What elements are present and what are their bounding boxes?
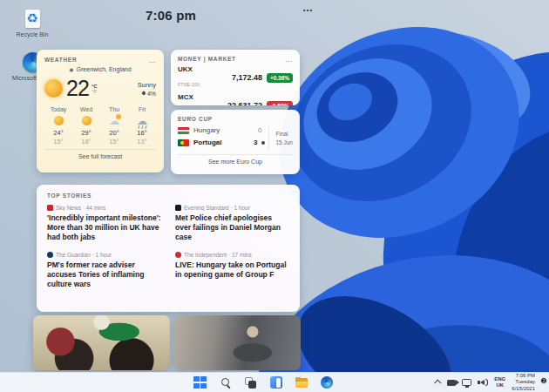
start-button[interactable] <box>193 375 207 390</box>
taskbar-clock[interactable]: 7:06 PM Tuesday 6/15/2021 <box>512 373 535 391</box>
forecast-day[interactable]: Thu ☁ 20° 15° <box>100 106 128 145</box>
forecast-day-name: Wed <box>72 106 100 112</box>
market-row[interactable]: UKX FTSE 100 7,172.48 +0.36% <box>178 66 293 90</box>
team-name: Portugal <box>193 139 221 146</box>
edge-icon <box>321 376 333 389</box>
partly-cloudy-icon: ☁ <box>100 114 128 127</box>
weather-menu-button[interactable]: … <box>148 58 156 62</box>
team-score: 3 <box>254 139 261 146</box>
forecast-high: 16° <box>128 129 156 137</box>
widgets-icon <box>270 376 282 389</box>
forecast-day-name: Thu <box>100 106 128 112</box>
match-team-row: Portugal 3 <box>178 139 265 146</box>
desktop-icon-recycle-bin[interactable]: ♻ Recycle Bin <box>5 7 59 38</box>
volume-tray-icon[interactable] <box>478 379 488 386</box>
file-explorer-button[interactable] <box>294 375 308 390</box>
clock-day: Tuesday <box>512 379 535 385</box>
story-headline[interactable]: LIVE: Hungary take on Portugal in openin… <box>175 260 289 280</box>
forecast-day[interactable]: Wed 29° 18° <box>72 106 100 145</box>
story-headline[interactable]: PM's former race adviser accuses Tories … <box>47 260 161 289</box>
celsius-label[interactable]: °C <box>92 84 98 89</box>
widgets-panel-time: 7:06 pm <box>146 8 196 23</box>
forecast-low: 15° <box>44 138 72 145</box>
market-menu-button[interactable]: … <box>285 57 293 61</box>
football-icon <box>261 141 265 145</box>
weather-widget[interactable]: WEATHER … ◉ Greenwich, England 22 °C °F … <box>37 50 164 172</box>
ticker-value: 22,631.72 <box>227 101 262 105</box>
eurocup-title: EURO CUP <box>178 116 213 122</box>
widgets-panel-menu-button[interactable]: … <box>302 2 314 14</box>
story-headline[interactable]: 'Incredibly important milestone': More t… <box>47 213 161 242</box>
edge-button[interactable] <box>319 375 334 390</box>
search-button[interactable] <box>218 375 233 390</box>
top-stories-title: TOP STORIES <box>47 193 92 199</box>
story-item[interactable]: Sky News · 44 mins 'Incredibly important… <box>47 205 161 242</box>
forecast-day-name: Today <box>44 106 72 112</box>
windows-logo-icon <box>193 376 206 389</box>
unit-toggle[interactable]: °C °F <box>92 84 98 94</box>
market-widget[interactable]: MONEY | MARKET … UKX FTSE 100 7,172.48 +… <box>171 50 300 105</box>
notification-badge: 2 <box>540 377 547 384</box>
forecast-high: 24° <box>44 129 72 137</box>
recycle-bin-icon: ♻ <box>21 7 44 30</box>
taskbar: ENG UK 7:06 PM Tuesday 6/15/2021 2 <box>0 372 549 392</box>
fahrenheit-label[interactable]: °F <box>92 89 98 94</box>
task-view-icon <box>245 377 256 389</box>
story-source-meta: The Guardian · 1 hour <box>56 252 112 258</box>
see-full-forecast-link[interactable]: See full forecast <box>44 149 156 159</box>
folder-icon <box>295 377 308 388</box>
language-indicator[interactable]: ENG UK <box>494 376 505 389</box>
network-tray-icon[interactable] <box>462 379 471 386</box>
story-item[interactable]: The Guardian · 1 hour PM's former race a… <box>47 252 161 289</box>
task-view-button[interactable] <box>243 375 258 390</box>
story-source-meta: Evening Standard · 1 hour <box>184 205 250 211</box>
change-badge-up: +0.36% <box>267 73 293 83</box>
forecast-high: 29° <box>72 129 100 137</box>
see-more-eurocup-link[interactable]: See more Euro Cup <box>178 154 293 165</box>
forecast-low: 18° <box>72 138 100 145</box>
match-team-row: Hungary 0 <box>178 126 265 134</box>
ticker-symbol: UKX <box>178 66 200 74</box>
location-pin-icon: ◉ <box>69 66 73 72</box>
clock-time: 7:06 PM <box>512 373 535 379</box>
widgets-button[interactable] <box>268 375 283 390</box>
story-item[interactable]: Evening Standard · 1 hour Met Police chi… <box>175 205 289 242</box>
eurocup-widget[interactable]: EURO CUP Hungary 0 Portugal 3 Final 15 J… <box>171 110 300 174</box>
clock-date: 6/15/2021 <box>512 386 535 392</box>
sunny-icon <box>44 79 63 98</box>
story-source-meta: The Independent · 17 mins <box>184 252 252 258</box>
ticker-index: FTSE 100 <box>178 82 200 87</box>
market-title: MONEY | MARKET <box>178 56 236 62</box>
story-source-meta: Sky News · 44 mins <box>56 205 105 211</box>
change-badge-down: -0.59% <box>267 101 293 105</box>
story-headline[interactable]: Met Police chief apologises over failing… <box>175 213 289 242</box>
weather-location: Greenwich, England <box>77 66 132 72</box>
weather-title: WEATHER <box>44 57 77 63</box>
video-camera-tray-icon[interactable] <box>447 380 456 386</box>
hungary-flag-icon <box>178 127 189 134</box>
forecast-low: 15° <box>100 138 128 145</box>
match-date: 15 Jun <box>275 139 293 147</box>
market-row[interactable]: MCX FTSE 250 22,631.72 -0.59% <box>178 94 293 105</box>
current-temperature: 22 <box>66 76 89 101</box>
rain-icon: ☁ <box>128 114 156 127</box>
portugal-flag-icon <box>178 139 189 146</box>
news-photo-thumbnail[interactable] <box>174 315 301 370</box>
news-photo-thumbnail[interactable] <box>33 315 170 370</box>
forecast-day-name: Fri <box>128 106 156 112</box>
region-code: UK <box>494 382 505 389</box>
recycle-glyph: ♻ <box>26 12 37 25</box>
forecast-day[interactable]: Fri ☁ 16° 13° <box>128 106 156 145</box>
story-item[interactable]: The Independent · 17 mins LIVE: Hungary … <box>175 252 289 289</box>
show-hidden-icons-chevron-icon[interactable] <box>434 379 441 386</box>
weather-condition: Sunny <box>138 81 156 89</box>
the-guardian-icon <box>47 252 53 258</box>
forecast-low: 13° <box>128 138 156 145</box>
top-stories-widget[interactable]: TOP STORIES Sky News · 44 mins 'Incredib… <box>37 185 300 312</box>
forecast-day[interactable]: Today 24° 15° <box>44 106 72 145</box>
language-code: ENG <box>494 376 505 383</box>
forecast-high: 20° <box>100 129 128 137</box>
match-status: Final <box>275 130 293 139</box>
weather-location-row: ◉ Greenwich, England <box>44 66 156 72</box>
sky-news-icon <box>47 205 53 211</box>
